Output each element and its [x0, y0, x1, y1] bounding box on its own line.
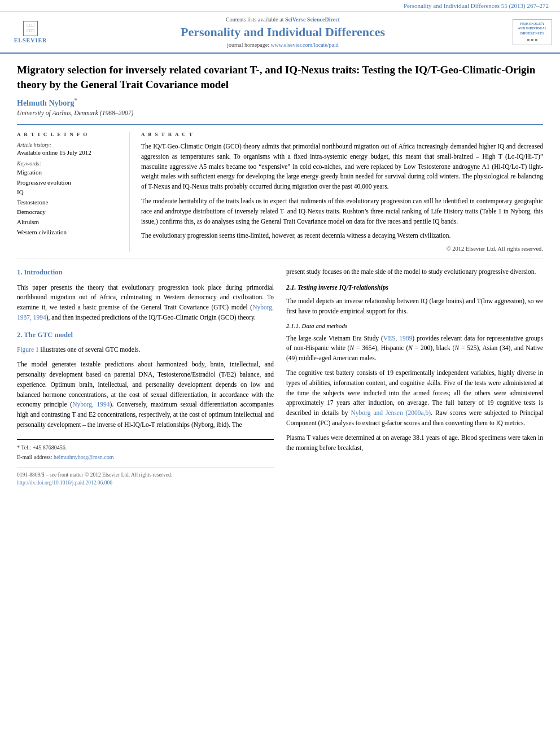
article-title: Migratory selection for inversely relate…: [17, 63, 543, 91]
subsection-testing-heading: 2.1. Testing inverse IQ/T-relationships: [286, 283, 543, 293]
section-gtc-heading: 2. The GTC model: [17, 330, 274, 340]
sciverse-line: Contents lists available at SciVerse Sci…: [59, 16, 507, 23]
main-content: Migratory selection for inversely relate…: [0, 54, 560, 499]
history-label: Article history:: [17, 142, 121, 148]
gtc-para-figure: Figure 1 illustrates one of several GTC …: [17, 345, 274, 355]
abstract-title: A B S T R A C T: [141, 132, 543, 137]
sciverse-link[interactable]: SciVerse ScienceDirect: [285, 16, 340, 23]
bottom-issn: 0191-8869/$ – see front matter © 2012 El…: [17, 471, 172, 487]
keyword-7: Western civilization: [17, 228, 121, 238]
doi-text[interactable]: http://dx.doi.org/10.1016/j.paid.2012.06…: [17, 479, 172, 487]
article-info: A R T I C L E I N F O Article history: A…: [17, 132, 130, 252]
abstract-para-2: The moderate heritability of the traits …: [141, 196, 543, 226]
testing-para-1: The model depicts an inverse relationshi…: [286, 296, 543, 317]
abstract-para-3: The evolutionary progression seems time-…: [141, 231, 543, 241]
elsevier-logo-box: □□□□□□: [23, 21, 38, 36]
footnote-email-link[interactable]: helmuthnyborg@msn.com: [54, 454, 114, 460]
subsubsection-data-methods: 2.1.1. Data and methods: [286, 321, 543, 331]
abstract-text: The IQ/T-Geo-Climatic Origin (GCO) theor…: [141, 142, 543, 241]
keyword-5: Democracy: [17, 207, 121, 217]
author-name: Helmuth Nyborg*: [17, 97, 543, 108]
info-abstract-section: A R T I C L E I N F O Article history: A…: [17, 124, 543, 259]
footnote-tel: * Tel.: +45 87680456.: [17, 443, 274, 452]
journal-center: Contents lists available at SciVerse Sci…: [59, 16, 507, 48]
copyright-line: © 2012 Elsevier Ltd. All rights reserved…: [141, 246, 543, 252]
abstract-section: A B S T R A C T The IQ/T-Geo-Climatic Or…: [141, 132, 543, 252]
keyword-2: Progressive evolution: [17, 178, 121, 188]
elsevier-logo-left: □□□□□□ ELSEVIER: [8, 21, 53, 43]
keywords-list: Migration Progressive evolution IQ Testo…: [17, 168, 121, 237]
author-affiliation: University of Aarhus, Denmark (1968–2007…: [17, 110, 543, 116]
body-col-right: present study focuses on the male side o…: [286, 267, 543, 487]
abstract-para-1: The IQ/T-Geo-Climatic Origin (GCO) theor…: [141, 142, 543, 192]
logo-right-decoration: ■ ■ ■: [515, 37, 550, 43]
ref-nyborg-jensen-2000[interactable]: Nyborg and Jensen (2000a,b): [351, 409, 431, 416]
journal-logo-right: PERSONALITYAND INDIVIDUALDIFFERENCES ■ ■…: [513, 19, 552, 45]
issn-text: 0191-8869/$ – see front matter © 2012 El…: [17, 471, 172, 479]
author-sup: *: [75, 97, 77, 103]
ref-nyborg-1987-1994[interactable]: Nyborg, 1987, 1994: [17, 304, 274, 321]
homepage-label: journal homepage:: [227, 42, 270, 48]
logo-right-text: PERSONALITYAND INDIVIDUALDIFFERENCES: [515, 21, 550, 36]
intro-para-1: This paper presents the theory that evol…: [17, 283, 274, 323]
keyword-1: Migration: [17, 168, 121, 178]
keyword-6: Altruism: [17, 217, 121, 228]
homepage-url[interactable]: www.elsevier.com/locate/paid: [270, 42, 338, 48]
bottom-bar: 0191-8869/$ – see front matter © 2012 El…: [17, 467, 274, 487]
gtc-para-1: The model generates testable predictions…: [17, 360, 274, 430]
footnote-area: * Tel.: +45 87680456. E-mail address: he…: [17, 439, 274, 461]
journal-header: □□□□□□ ELSEVIER Contents lists available…: [0, 12, 560, 54]
author-name-text: Helmuth Nyborg: [17, 99, 75, 107]
section-intro-heading: 1. Introduction: [17, 267, 274, 278]
elsevier-wordmark: ELSEVIER: [14, 37, 47, 43]
article-info-title: A R T I C L E I N F O: [17, 132, 121, 137]
sciverse-text: Contents lists available at: [226, 16, 285, 23]
ref-figure1[interactable]: Figure 1: [17, 346, 39, 353]
footnote-email: E-mail address: helmuthnyborg@msn.com: [17, 453, 274, 461]
body-columns: 1. Introduction This paper presents the …: [17, 267, 543, 487]
body-col-left: 1. Introduction This paper presents the …: [17, 267, 274, 487]
keyword-3: IQ: [17, 187, 121, 198]
data-methods-para-2: The cognitive test battery consists of 1…: [286, 368, 543, 429]
journal-title: Personality and Individual Differences: [59, 25, 507, 40]
data-methods-para-1: The large-scale Vietnam Era Study (VES, …: [286, 334, 543, 364]
journal-homepage: journal homepage: www.elsevier.com/locat…: [59, 42, 507, 48]
keywords-label: Keywords:: [17, 160, 121, 167]
history-value: Available online 15 July 2012: [17, 149, 121, 156]
keyword-4: Testosterone: [17, 198, 121, 208]
data-methods-para-3: Plasma T values were determined at on av…: [286, 433, 543, 453]
journal-reference-bar: Personality and Individual Differences 5…: [0, 0, 560, 12]
right-intro-continuation: present study focuses on the male side o…: [286, 267, 543, 277]
journal-reference: Personality and Individual Differences 5…: [404, 2, 549, 9]
ref-nyborg-1994[interactable]: Nyborg, 1994: [72, 401, 110, 408]
ref-ves-1989[interactable]: VES, 1989: [383, 335, 412, 342]
